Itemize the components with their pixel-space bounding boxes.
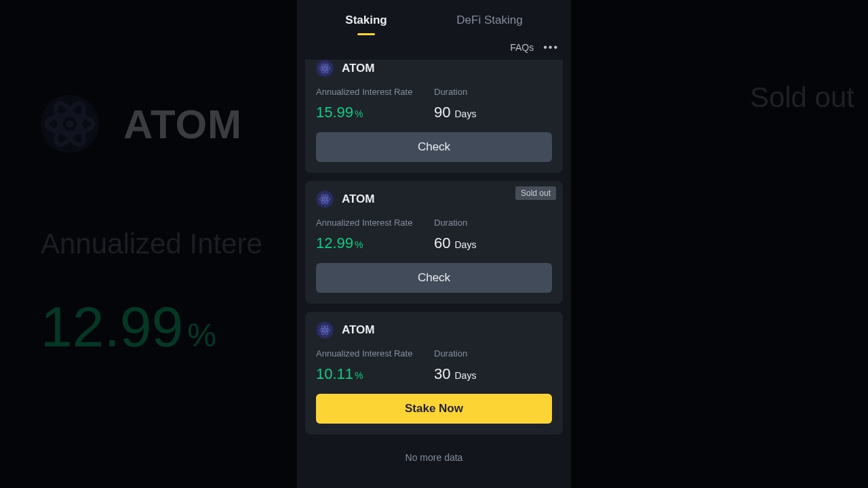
- air-label: Annualized Interest Rate: [316, 87, 434, 97]
- svg-point-7: [324, 68, 326, 69]
- faqs-link[interactable]: FAQs: [510, 42, 534, 53]
- atom-icon: [316, 190, 334, 208]
- rate-pct: %: [355, 370, 363, 381]
- duration-days: Days: [454, 370, 476, 381]
- rate-value: 12.99: [316, 235, 353, 252]
- duration-value: 60: [434, 235, 450, 252]
- staking-card: ATOM Annualized Interest Rate 15.99 % Du…: [305, 60, 563, 173]
- svg-point-11: [324, 199, 326, 200]
- svg-point-15: [324, 329, 326, 331]
- atom-icon: [316, 60, 334, 77]
- atom-icon: [316, 321, 334, 339]
- staking-card: Sold out ATOM Annualized Interest Rate: [305, 181, 563, 304]
- staking-card: ATOM Annualized Interest Rate 10.11 % Du…: [305, 312, 563, 434]
- duration-value: 90: [434, 104, 450, 121]
- staking-list: ATOM Annualized Interest Rate 15.99 % Du…: [297, 60, 571, 488]
- air-label: Annualized Interest Rate: [316, 348, 434, 359]
- rate-pct: %: [355, 108, 363, 119]
- rate-value: 10.11: [316, 365, 353, 383]
- duration-label: Duration: [434, 348, 552, 359]
- check-button[interactable]: Check: [316, 263, 552, 293]
- air-label: Annualized Interest Rate: [316, 218, 434, 228]
- tab-defi-staking[interactable]: DeFi Staking: [451, 4, 528, 34]
- duration-days: Days: [454, 239, 476, 250]
- sold-out-badge: Sold out: [515, 186, 556, 200]
- duration-label: Duration: [434, 218, 552, 228]
- ticker: ATOM: [342, 192, 374, 206]
- duration-value: 30: [434, 365, 450, 383]
- ticker: ATOM: [342, 62, 374, 75]
- rate-pct: %: [355, 239, 363, 250]
- stake-now-button[interactable]: Stake Now: [316, 394, 552, 424]
- duration-days: Days: [454, 108, 476, 119]
- ticker: ATOM: [342, 323, 374, 337]
- tab-staking[interactable]: Staking: [340, 4, 392, 34]
- rate-value: 15.99: [316, 104, 353, 121]
- duration-label: Duration: [434, 87, 552, 97]
- sub-bar: FAQs •••: [297, 38, 571, 60]
- staking-panel: Staking DeFi Staking FAQs ••• ATOM: [297, 0, 571, 488]
- tab-bar: Staking DeFi Staking: [297, 0, 571, 38]
- more-icon[interactable]: •••: [543, 42, 559, 53]
- check-button[interactable]: Check: [316, 132, 552, 162]
- no-more-data: No more data: [305, 443, 563, 472]
